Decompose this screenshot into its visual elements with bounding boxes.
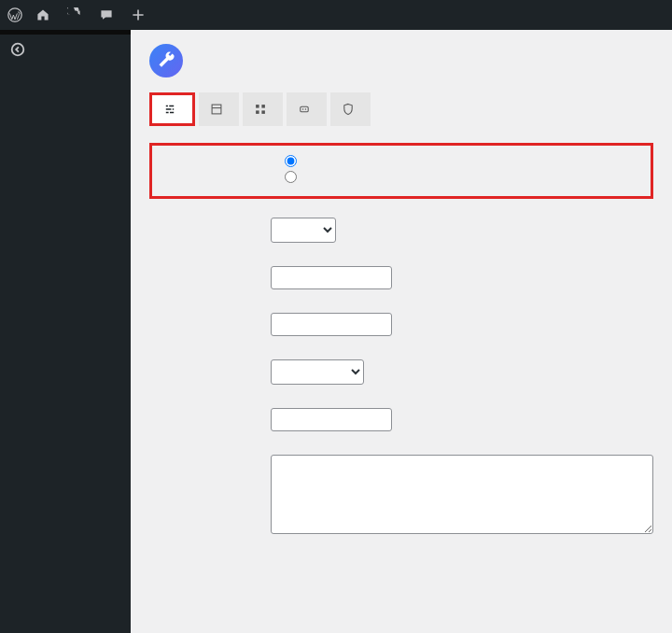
status-deactivated-option[interactable] — [285, 171, 639, 183]
updates-link[interactable] — [67, 7, 86, 22]
modules-icon — [254, 103, 267, 116]
bypass-select[interactable] — [271, 218, 336, 243]
site-link[interactable] — [35, 7, 54, 22]
plugin-logo — [149, 44, 183, 77]
tab-gdpr[interactable] — [330, 92, 371, 126]
admin-sidebar — [0, 30, 131, 633]
home-icon — [35, 7, 50, 22]
backend-role-input[interactable] — [271, 266, 392, 289]
comments-link[interactable] — [99, 7, 118, 22]
robots-label — [149, 359, 252, 362]
tab-modules[interactable] — [243, 92, 283, 126]
status-activated-option[interactable] — [285, 155, 639, 167]
shield-icon — [342, 103, 355, 116]
comment-icon — [99, 7, 114, 22]
wrench-icon — [157, 51, 175, 70]
content-area — [131, 30, 672, 633]
status-label — [163, 155, 266, 158]
backend-role-label — [149, 266, 252, 269]
frontend-role-label — [149, 313, 252, 316]
frontend-role-input[interactable] — [271, 313, 392, 336]
wp-logo[interactable] — [7, 7, 22, 22]
sliders-icon — [163, 103, 176, 116]
status-activated-radio[interactable] — [285, 155, 297, 167]
bypass-label — [149, 218, 252, 220]
redirect-label — [149, 408, 252, 411]
settings-tabs — [149, 92, 653, 126]
plus-icon — [131, 7, 146, 22]
bot-icon — [298, 103, 311, 116]
wp-icon — [7, 7, 22, 22]
tab-design[interactable] — [199, 92, 239, 126]
tab-manage-bot[interactable] — [287, 92, 327, 126]
admin-toolbar — [0, 0, 672, 30]
refresh-icon — [67, 7, 82, 22]
robots-select[interactable] — [271, 359, 364, 385]
collapse-icon — [9, 41, 26, 58]
exclude-label — [149, 455, 252, 457]
exclude-textarea[interactable] — [271, 455, 653, 534]
new-link[interactable] — [131, 7, 149, 22]
status-highlight — [149, 143, 653, 199]
status-deactivated-radio[interactable] — [285, 171, 297, 183]
design-icon — [210, 103, 223, 116]
redirect-input[interactable] — [271, 408, 392, 431]
collapse-menu[interactable] — [0, 35, 131, 64]
tab-general[interactable] — [152, 95, 192, 123]
